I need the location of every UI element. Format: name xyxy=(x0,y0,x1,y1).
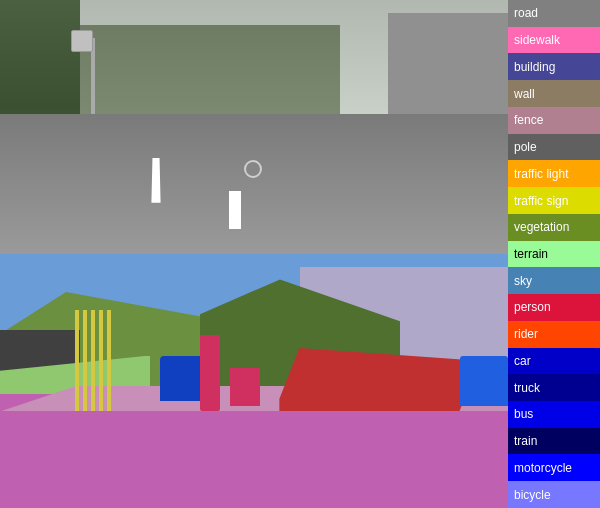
legend-label-pole: pole xyxy=(514,140,537,154)
legend-item-car: car xyxy=(508,348,600,375)
image-panel xyxy=(0,0,508,508)
top-photo xyxy=(0,0,508,254)
legend-label-traffic-light: traffic light xyxy=(514,167,568,181)
legend-label-truck: truck xyxy=(514,381,540,395)
legend-label-bus: bus xyxy=(514,407,533,421)
segmentation-map xyxy=(0,254,508,508)
legend-item-wall: wall xyxy=(508,80,600,107)
main-container: roadsidewalkbuildingwallfencepoletraffic… xyxy=(0,0,600,508)
legend-item-traffic-sign: traffic sign xyxy=(508,187,600,214)
legend-label-train: train xyxy=(514,434,537,448)
legend-label-fence: fence xyxy=(514,113,543,127)
legend-label-sky: sky xyxy=(514,274,532,288)
legend-label-car: car xyxy=(514,354,531,368)
legend-label-rider: rider xyxy=(514,327,538,341)
legend-item-terrain: terrain xyxy=(508,241,600,268)
legend-item-bus: bus xyxy=(508,401,600,428)
legend-panel: roadsidewalkbuildingwallfencepoletraffic… xyxy=(508,0,600,508)
legend-label-wall: wall xyxy=(514,87,535,101)
legend-item-building: building xyxy=(508,53,600,80)
legend-item-sidewalk: sidewalk xyxy=(508,27,600,54)
legend-label-road: road xyxy=(514,6,538,20)
legend-label-sidewalk: sidewalk xyxy=(514,33,560,47)
legend-item-vegetation: vegetation xyxy=(508,214,600,241)
legend-item-fence: fence xyxy=(508,107,600,134)
legend-item-bicycle: bicycle xyxy=(508,481,600,508)
legend-label-vegetation: vegetation xyxy=(514,220,569,234)
legend-label-terrain: terrain xyxy=(514,247,548,261)
legend-item-road: road xyxy=(508,0,600,27)
legend-item-pole: pole xyxy=(508,134,600,161)
legend-label-bicycle: bicycle xyxy=(514,488,551,502)
legend-label-motorcycle: motorcycle xyxy=(514,461,572,475)
legend-label-building: building xyxy=(514,60,555,74)
legend-item-truck: truck xyxy=(508,374,600,401)
legend-item-person: person xyxy=(508,294,600,321)
legend-item-train: train xyxy=(508,428,600,455)
legend-item-sky: sky xyxy=(508,267,600,294)
legend-item-motorcycle: motorcycle xyxy=(508,454,600,481)
legend-item-rider: rider xyxy=(508,321,600,348)
legend-label-traffic-sign: traffic sign xyxy=(514,194,568,208)
legend-item-traffic-light: traffic light xyxy=(508,160,600,187)
legend-label-person: person xyxy=(514,300,551,314)
